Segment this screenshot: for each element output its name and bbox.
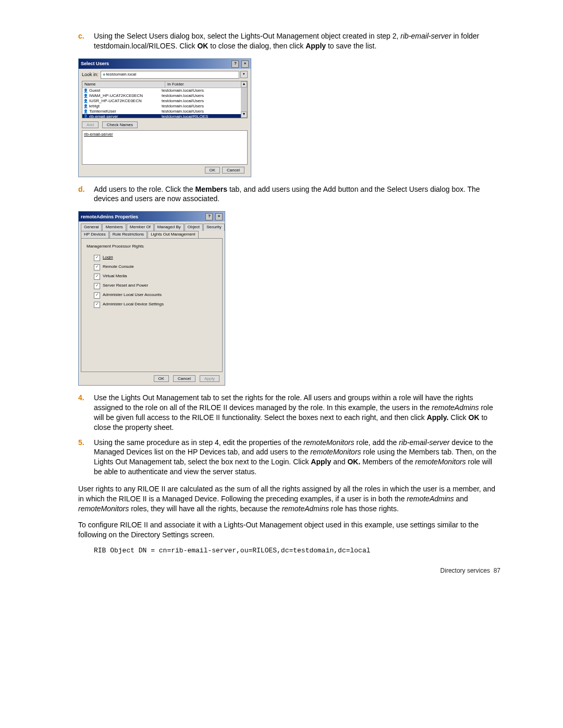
- scrollbar[interactable]: ▲▼: [241, 81, 247, 118]
- properties-dialog: remoteAdmins Properties ? × General Memb…: [78, 211, 225, 386]
- paragraph-config: To configure RILOE II and associate it w…: [78, 520, 500, 540]
- add-button[interactable]: Add: [82, 121, 99, 128]
- step-5: 5. Using the same procedure as in step 4…: [78, 438, 500, 477]
- code-snippet: RIB Object DN = cn=rib-email-server,ou=R…: [94, 546, 500, 556]
- right-serverreset[interactable]: Server Reset and Power: [94, 283, 217, 289]
- dialog-title: Select Users: [81, 60, 109, 67]
- step-d-marker: d.: [78, 184, 94, 204]
- list-item[interactable]: krbtgttestdomain.local/Users: [82, 104, 247, 109]
- tab-panel-lightsout: Management Processor Rights Login Remote…: [81, 238, 223, 372]
- step-d: d. Add users to the role. Click the Memb…: [78, 184, 500, 204]
- right-login[interactable]: Login: [94, 255, 217, 261]
- help-icon[interactable]: ?: [205, 213, 213, 220]
- step-d-text: Add users to the role. Click the Members…: [94, 184, 500, 204]
- list-item[interactable]: TsInternetUsertestdomain.local/Users: [82, 109, 247, 114]
- lookin-dropdown-icon[interactable]: ▾: [240, 71, 248, 78]
- step-4-text: Use the Lights Out Management tab to set…: [94, 393, 500, 433]
- step-5-text: Using the same procedure as in step 4, e…: [94, 438, 500, 477]
- scroll-up-icon: ▲: [241, 81, 247, 88]
- select-users-dialog: Select Users ? × Look in: testdomain.loc…: [78, 58, 251, 177]
- tab-general[interactable]: General: [81, 224, 102, 231]
- step-c-text: Using the Select Users dialog box, selec…: [94, 31, 500, 51]
- checkbox-icon: [94, 292, 100, 299]
- help-icon[interactable]: ?: [231, 60, 239, 68]
- checkbox-icon: [94, 274, 100, 280]
- selected-names-input[interactable]: rib-email-server: [82, 130, 248, 165]
- users-list[interactable]: Name In Folder Guesttestdomain.local/Use…: [82, 81, 248, 118]
- right-virtualmedia[interactable]: Virtual Media: [94, 274, 217, 280]
- tab-hpdevices[interactable]: HP Devices: [81, 231, 109, 238]
- step-4: 4. Use the Lights Out Management tab to …: [78, 393, 500, 433]
- list-item[interactable]: IUSR_HP-UCAT2KCE0ECNtestdomain.local/Use…: [82, 98, 247, 104]
- col-header-name: Name: [82, 81, 165, 88]
- step-c-marker: c.: [78, 31, 94, 51]
- right-remoteconsole[interactable]: Remote Console: [94, 264, 217, 270]
- ok-button[interactable]: OK: [154, 375, 169, 382]
- right-admindevice[interactable]: Administer Local Device Settings: [94, 302, 217, 308]
- paragraph-rights: User rights to any RILOE II are calculat…: [78, 484, 500, 514]
- list-item[interactable]: IWAM_HP-UCAT2KCE0ECNtestdomain.local/Use…: [82, 93, 247, 98]
- check-names-button[interactable]: Check Names: [102, 121, 138, 128]
- list-item-selected[interactable]: rib-email-servertestdomain.local/RILOES: [82, 114, 247, 118]
- checkbox-icon: [94, 255, 100, 261]
- checkbox-icon: [94, 302, 100, 308]
- scroll-down-icon: ▼: [241, 112, 247, 118]
- tab-members[interactable]: Members: [102, 224, 126, 231]
- cancel-button[interactable]: Cancel: [222, 167, 244, 174]
- step-c: c. Using the Select Users dialog box, se…: [78, 31, 500, 51]
- tab-object[interactable]: Object: [185, 224, 203, 231]
- tab-managedby[interactable]: Managed By: [154, 224, 184, 231]
- dialog-title: remoteAdmins Properties: [81, 214, 138, 220]
- col-header-folder: In Folder: [165, 81, 247, 88]
- checkbox-icon: [94, 283, 100, 289]
- dialog-titlebar: remoteAdmins Properties ? ×: [79, 212, 225, 221]
- tab-rolerestrictions[interactable]: Role Restrictions: [109, 231, 147, 238]
- apply-button[interactable]: Apply: [200, 375, 219, 382]
- lookin-label: Look in:: [82, 71, 99, 78]
- tab-security[interactable]: Security: [203, 224, 225, 231]
- dialog-titlebar: Select Users ? ×: [79, 59, 251, 69]
- close-icon[interactable]: ×: [215, 213, 223, 220]
- step-4-marker: 4.: [78, 393, 94, 433]
- group-label: Management Processor Rights: [87, 244, 217, 250]
- tab-lightsout[interactable]: Lights Out Management: [148, 231, 198, 238]
- lookin-field[interactable]: testdomain.local: [101, 71, 239, 79]
- page-footer: Directory services 87: [78, 566, 500, 575]
- cancel-button[interactable]: Cancel: [173, 375, 195, 382]
- checkbox-icon: [94, 264, 100, 270]
- ok-button[interactable]: OK: [205, 167, 221, 174]
- step-5-marker: 5.: [78, 438, 94, 477]
- tab-memberof[interactable]: Member Of: [127, 224, 154, 231]
- right-adminusers[interactable]: Administer Local User Accounts: [94, 292, 217, 299]
- list-item[interactable]: Guesttestdomain.local/Users: [82, 88, 247, 93]
- close-icon[interactable]: ×: [241, 60, 249, 68]
